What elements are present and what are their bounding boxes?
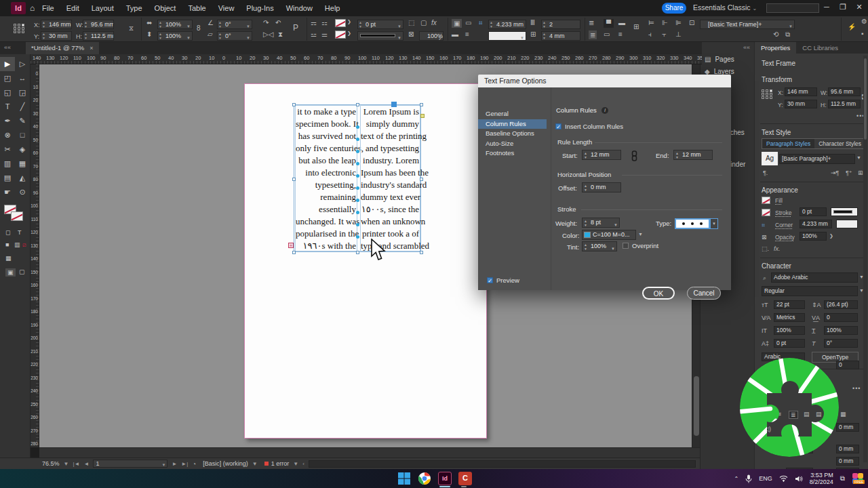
scissors-tool[interactable]: ✂ — [0, 142, 15, 157]
distribute-bottom-icon[interactable]: ⊥ — [675, 30, 682, 38]
clear-overrides-icon[interactable]: ⟲ — [773, 30, 778, 38]
microphone-icon[interactable] — [745, 474, 752, 483]
stroke-type-preview[interactable] — [675, 218, 710, 229]
gap-tool[interactable]: ↔ — [15, 71, 30, 85]
paragraph-direction-icon[interactable]: ≣ — [589, 19, 594, 26]
gutter-field[interactable]: ▲▼4 mm — [541, 31, 580, 41]
redefine-style-icon[interactable]: ⇥¶ — [831, 169, 839, 176]
content-grabber-icon[interactable]: ≡ — [465, 30, 469, 38]
rectangle-tool[interactable]: □ — [15, 128, 30, 142]
gear-icon[interactable]: ⚙ — [861, 18, 867, 25]
clock[interactable]: 3:53 PM 8/2/2024 — [810, 472, 833, 485]
first-page-icon[interactable]: |◄ — [73, 461, 79, 467]
leading-field[interactable]: (26.4 pt) — [824, 300, 858, 309]
panel-h-field[interactable]: 112.5 mm — [828, 100, 861, 108]
stroke-flyout-arrow[interactable]: ❯ — [347, 30, 351, 36]
fill-none-swatch[interactable] — [762, 197, 770, 204]
vertical-scale-field[interactable]: 100% — [774, 326, 805, 335]
dialog-nav-footnotes[interactable]: Footnotes — [478, 148, 547, 158]
text-frame-black-icon[interactable]: ▀ — [604, 19, 614, 28]
align-left-paragraph-icon[interactable]: ≣ — [789, 411, 798, 419]
menu-table[interactable]: Table — [188, 4, 205, 12]
constrain-proportions-icon[interactable]: ⧖ — [129, 24, 134, 33]
formatting-container-icon[interactable]: ◻ — [5, 229, 10, 236]
style-dropdown-arrow[interactable]: ▼ — [856, 155, 861, 160]
tab-properties[interactable]: Properties — [755, 42, 796, 54]
scale-x-field[interactable]: ▲▼100%▼ — [157, 20, 193, 29]
panel-y-field[interactable]: 30 mm — [785, 100, 817, 108]
close-button[interactable]: ✕ — [853, 3, 865, 12]
flip-vertical-icon[interactable]: ⧗ — [278, 30, 283, 39]
prev-page-icon[interactable]: ◄ — [83, 461, 89, 467]
style-override-icon[interactable]: ¶⁺ — [846, 169, 852, 176]
frame-handle-mid-left[interactable] — [292, 178, 296, 181]
shear-field[interactable]: ▲▼0°▼ — [217, 31, 252, 41]
align-right-paragraph-icon[interactable]: ≡ — [764, 411, 768, 418]
kerning-field[interactable]: Metrics — [774, 313, 805, 322]
search-input[interactable] — [766, 3, 819, 13]
align-top-icon[interactable]: ⚍ — [311, 30, 317, 38]
gradient-tool[interactable]: ▥ — [0, 157, 15, 171]
rotation-field[interactable]: ▲▼0°▼ — [217, 20, 252, 29]
skew-field[interactable]: 0° — [824, 339, 858, 348]
menu-plug-ins[interactable]: Plug-Ins — [246, 4, 273, 12]
menu-help[interactable]: Help — [325, 4, 340, 12]
h-field[interactable]: ▲▼112.5 mm — [83, 31, 114, 41]
fill-frame-icon[interactable]: ▣ — [452, 19, 462, 28]
apply-none-icon[interactable]: ⧄ — [22, 241, 26, 249]
tint-field[interactable]: ▲▼100%▼ — [582, 241, 617, 251]
justify-center-icon[interactable]: ▤ — [816, 411, 822, 418]
panel-reference-grid[interactable] — [762, 89, 773, 99]
paragraph-more-icon[interactable]: ••• — [852, 385, 861, 392]
weight-field[interactable]: ▲▼8 pt▼ — [582, 218, 620, 228]
corner-swatch-dropdown[interactable]: ▼ — [488, 31, 526, 41]
selected-anchor-handle[interactable] — [391, 102, 397, 107]
object-style-box-icon[interactable]: ⬚. — [762, 245, 769, 252]
error-indicator[interactable]: 1 error — [264, 460, 290, 467]
cancel-button[interactable]: Cancel — [687, 287, 721, 300]
color-dropdown[interactable]: C=100 M=0... — [582, 230, 636, 240]
fill-flyout-arrow[interactable]: ❯ — [347, 19, 351, 24]
opacity-flyout-arrow[interactable]: ❯ — [829, 233, 833, 239]
fill-stroke-proxy[interactable] — [4, 205, 26, 225]
gradient-feather-tool[interactable]: ▦ — [15, 157, 30, 171]
link-start-end-icon[interactable] — [631, 150, 637, 161]
align-bottom-icon[interactable]: ⚌ — [321, 30, 328, 38]
indent-field-4[interactable]: 0 mm — [836, 457, 859, 466]
indent-field-1[interactable]: 0 mm — [836, 423, 859, 432]
document-tab[interactable]: *Untitled-1 @ 77%× — [26, 42, 99, 54]
zoom-dropdown-icon[interactable]: ▼ — [64, 461, 69, 467]
horizontal-scale-field[interactable]: 100% — [824, 326, 858, 335]
info-icon[interactable]: i — [601, 107, 608, 114]
vertical-scrollbar-thumb[interactable] — [694, 376, 699, 436]
frame-handle-top-right[interactable] — [420, 103, 423, 106]
fill-link-label[interactable]: Fill — [775, 197, 783, 204]
type-tool[interactable]: T — [0, 100, 15, 114]
fit-content-icon[interactable]: ▭ — [465, 19, 471, 26]
frame-handle-mid-right[interactable] — [420, 178, 423, 181]
menu-layout[interactable]: Layout — [92, 4, 114, 12]
menu-file[interactable]: File — [42, 4, 54, 12]
auto-fit-icon[interactable]: ▬ — [452, 30, 458, 38]
corner-editor-handle[interactable] — [420, 114, 425, 118]
menu-type[interactable]: Type — [126, 4, 142, 12]
corner-radius-field[interactable]: ▲▼4.233 mm — [488, 20, 526, 29]
text-frame[interactable]: it to make a typespecimen book. Ithas su… — [294, 104, 421, 252]
stroke-link-label[interactable]: Stroke — [775, 209, 792, 216]
language-indicator[interactable]: ENG — [759, 475, 772, 482]
pen-tool[interactable]: ✒ — [0, 114, 15, 128]
close-tab-icon[interactable]: × — [90, 45, 93, 52]
hand-tool[interactable]: ☛ — [0, 185, 15, 199]
y-field[interactable]: ▲▼30 mm — [41, 31, 72, 41]
stroke-type-dropdown-arrow[interactable]: ▼ — [710, 218, 718, 229]
character-styles-tab[interactable]: Character Styles — [814, 139, 865, 148]
camtasia-icon[interactable]: C — [458, 472, 472, 485]
menu-object[interactable]: Object — [155, 4, 176, 12]
align-center-edge-icon[interactable]: ⊩ — [662, 19, 668, 26]
opacity-field[interactable]: 100%❯ — [419, 31, 443, 41]
story-direction-icon[interactable]: ≣ — [589, 30, 597, 39]
justify-all-icon[interactable]: ▦ — [840, 411, 846, 418]
zoom-tool[interactable]: ⊙ — [15, 185, 30, 199]
corner-link-label[interactable]: Corner — [775, 222, 793, 228]
free-transform-tool[interactable]: ◈ — [15, 142, 30, 157]
